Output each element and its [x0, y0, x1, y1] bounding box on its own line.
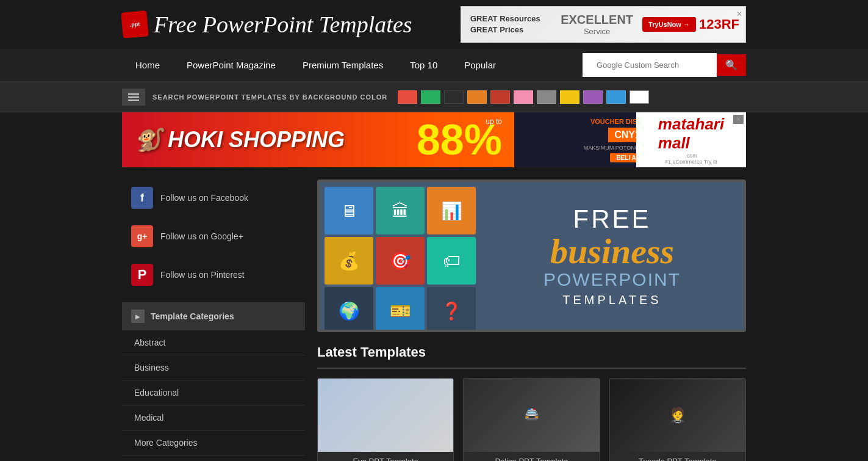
business-banner[interactable]: 🖥 🏛 📊 💰 🎯 🏷 🌍 🎫 ❓ FREE business PowerPoi…: [317, 180, 746, 332]
template-categories: ▶ Template Categories Abstract Business …: [122, 302, 305, 456]
color-swatch[interactable]: [606, 90, 626, 104]
categories-list: Abstract Business Educational Medical Mo…: [122, 330, 305, 456]
banner-icon-target: 🎯: [376, 237, 425, 285]
nav-item-top10[interactable]: Top 10: [396, 49, 451, 81]
banner-templates-text: TEMPLATES: [562, 293, 661, 307]
googleplus-label: Follow us on Google+: [160, 231, 243, 241]
pinterest-label: Follow us on Pinterest: [160, 270, 245, 280]
banner-free-text: FREE: [573, 205, 651, 234]
nav-item-premium[interactable]: Premium Templates: [289, 49, 396, 81]
banner-icon-chart: 📊: [427, 187, 476, 234]
pinterest-follow[interactable]: P Follow us on Pinterest: [122, 256, 305, 293]
facebook-icon: f: [131, 187, 153, 209]
template-card-police[interactable]: 🚔 Police PPT Template: [463, 378, 600, 461]
color-swatch[interactable]: [629, 90, 649, 104]
category-more[interactable]: More Categories: [122, 430, 305, 456]
banner-ad[interactable]: 🐒 HOKI SHOPPING 88% up to VOUCHER DISKON…: [122, 112, 746, 167]
banner-business-text: business: [550, 234, 674, 269]
color-swatch[interactable]: [537, 90, 556, 104]
color-swatch[interactable]: [490, 90, 510, 104]
social-links: f Follow us on Facebook g+ Follow us on …: [122, 180, 305, 293]
banner-icons-grid: 🖥 🏛 📊 💰 🎯 🏷 🌍 🎫 ❓: [320, 182, 481, 330]
templates-grid: Eye PPT Template 🚔 Police PPT Template 🤵…: [317, 378, 746, 461]
close-ad-icon[interactable]: ✕: [733, 115, 744, 124]
banner-powerpoint-text: PowerPoint: [543, 269, 681, 290]
category-abstract[interactable]: Abstract: [122, 330, 305, 355]
latest-templates-title: Latest Templates: [317, 344, 746, 369]
banner-icon-globe: 🌍: [325, 287, 373, 332]
site-title: Free PowerPoint Templates: [154, 11, 412, 38]
police-icon: 🚔: [523, 407, 540, 423]
banner-text-area: FREE business PowerPoint TEMPLATES: [481, 182, 744, 330]
color-swatches: [398, 90, 649, 104]
main-content: 🖥 🏛 📊 💰 🎯 🏷 🌍 🎫 ❓ FREE business PowerPoi…: [317, 180, 746, 461]
nav-items: HomePowerPoint MagazinePremium Templates…: [122, 49, 509, 81]
categories-header: ▶ Template Categories: [122, 302, 305, 330]
color-swatch[interactable]: [421, 90, 440, 104]
template-card-tuxedo[interactable]: 🤵 Tuxedo PPT Template: [609, 378, 746, 461]
banner-icon-monitor: 🖥: [325, 187, 373, 234]
banner-icon-tag: 🏷: [427, 237, 476, 285]
nav-item-magazine[interactable]: PowerPoint Magazine: [173, 49, 289, 81]
category-business[interactable]: Business: [122, 355, 305, 380]
header: Free PowerPoint Templates GREAT Resource…: [0, 0, 868, 49]
close-icon[interactable]: ✕: [736, 10, 742, 18]
template-card-eye[interactable]: Eye PPT Template: [317, 378, 454, 461]
header-ad[interactable]: GREAT Resources GREAT Prices EXCELLENT S…: [461, 6, 746, 43]
category-educational[interactable]: Educational: [122, 380, 305, 405]
nav-search: 🔍: [583, 53, 746, 77]
ad-left-text: GREAT Resources GREAT Prices: [461, 9, 561, 40]
color-swatch[interactable]: [560, 90, 579, 104]
pinterest-icon: P: [131, 264, 153, 286]
categories-arrow-icon: ▶: [131, 310, 145, 323]
facebook-label: Follow us on Facebook: [160, 193, 248, 203]
ad-line1: GREAT Resources: [470, 13, 551, 24]
color-bar: SEARCH POWERPOINT TEMPLATES BY BACKGROUN…: [0, 82, 868, 112]
ad-try-button[interactable]: TryUsNow →: [642, 17, 696, 32]
sidebar: f Follow us on Facebook g+ Follow us on …: [122, 180, 305, 461]
banner-icon-bank: 🏛: [376, 187, 425, 234]
color-swatch[interactable]: [444, 90, 464, 104]
categories-title: Template Categories: [151, 311, 234, 321]
search-button[interactable]: 🔍: [717, 54, 746, 76]
color-bar-label: SEARCH POWERPOINT TEMPLATES BY BACKGROUN…: [152, 93, 387, 101]
googleplus-icon: g+: [131, 225, 153, 247]
googleplus-follow[interactable]: g+ Follow us on Google+: [122, 218, 305, 255]
banner-icon-coins: 💰: [325, 237, 373, 285]
color-swatch[interactable]: [514, 90, 533, 104]
logo-icon: [121, 10, 149, 38]
template-name-police: Police PPT Template: [464, 452, 599, 461]
template-name-tuxedo: Tuxedo PPT Template: [610, 452, 745, 461]
ad-brand: 123RF: [699, 16, 745, 32]
logo-area: Free PowerPoint Templates: [122, 11, 412, 38]
banner-icon-ticket: 🎫: [376, 287, 425, 332]
facebook-follow[interactable]: f Follow us on Facebook: [122, 180, 305, 216]
category-medical[interactable]: Medical: [122, 405, 305, 430]
nav-item-popular[interactable]: Popular: [451, 49, 509, 81]
banner-icon-question: ❓: [427, 287, 476, 332]
template-name-eye: Eye PPT Template: [318, 452, 453, 461]
ad-line2: GREAT Prices: [470, 24, 551, 35]
nav-item-home[interactable]: Home: [122, 49, 173, 81]
search-input[interactable]: [587, 56, 697, 74]
template-thumbnail-tuxedo: 🤵: [610, 379, 745, 452]
template-thumbnail-eye: [318, 379, 453, 452]
latest-templates-section: Latest Templates Eye PPT Template 🚔 Poli…: [317, 344, 746, 461]
color-swatch[interactable]: [583, 90, 603, 104]
color-swatch[interactable]: [398, 90, 417, 104]
main-layout: f Follow us on Facebook g+ Follow us on …: [122, 167, 746, 461]
hamburger-menu-icon[interactable]: [122, 89, 145, 106]
main-nav: HomePowerPoint MagazinePremium Templates…: [0, 49, 868, 82]
tuxedo-icon: 🤵: [669, 407, 687, 424]
color-swatch[interactable]: [467, 90, 487, 104]
template-thumbnail-police: 🚔: [464, 379, 599, 452]
